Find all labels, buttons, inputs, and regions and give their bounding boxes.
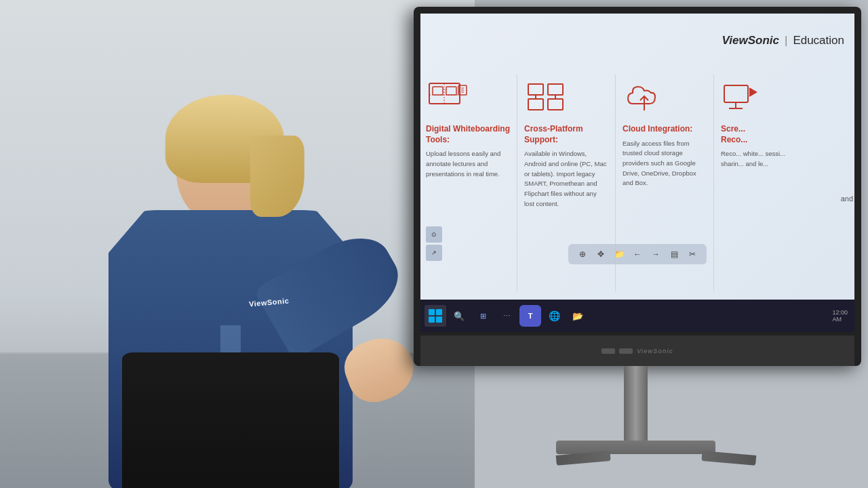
cloud-icon: [623, 80, 667, 117]
display-screen: ViewSonic | Education: [420, 14, 854, 332]
svg-rect-20: [724, 85, 748, 102]
whiteboarding-title: Digital Whiteboarding Tools:: [426, 124, 510, 145]
toolbar-clip[interactable]: ✂: [685, 247, 700, 262]
feature-cloud: Cloud Integration: Easily access files f…: [617, 75, 712, 194]
svg-rect-2: [446, 87, 456, 95]
windows-start-button[interactable]: [425, 305, 446, 327]
search-button[interactable]: 🔍: [448, 305, 470, 327]
screen-record-body: Reco... white... sessi... sharin... and …: [721, 149, 791, 169]
windows-taskbar: 🔍 ⊞ ⋯ T 🌐 📂 12:00AM: [420, 300, 854, 332]
viewsonic-education-header: ViewSonic | Education: [722, 34, 844, 47]
whiteboard-icon: [426, 80, 470, 117]
left-tool-select[interactable]: ⊙: [426, 226, 442, 243]
viewsonic-logo-text: ViewSonic: [722, 34, 779, 47]
display-power-indicator: [601, 348, 615, 354]
screen-toolbar[interactable]: ⊕ ✥ 📁 ← → ▤ ✂: [568, 244, 707, 264]
svg-rect-10: [529, 85, 542, 94]
display-unit: ViewSonic | Education: [414, 7, 868, 488]
svg-rect-16: [549, 100, 562, 109]
cross-platform-icon: [524, 80, 568, 117]
display-panel: ViewSonic | Education: [414, 7, 861, 366]
svg-rect-1: [433, 87, 443, 95]
screen-content: ViewSonic | Education: [420, 14, 854, 332]
files-button[interactable]: 📂: [567, 305, 589, 327]
cross-platform-title: Cross-Platform Support:: [524, 124, 608, 145]
display-brand-label: ViewSonic: [637, 348, 673, 354]
stand-pole: [624, 366, 648, 447]
screen-record-title: Scre...Reco...: [721, 124, 791, 145]
svg-rect-14: [529, 100, 542, 109]
person-body: ViewSonic: [102, 95, 359, 488]
left-toolbar: ⊙ ↗: [426, 226, 442, 261]
toolbar-forward[interactable]: →: [648, 247, 663, 262]
toolbar-move[interactable]: ✥: [593, 247, 608, 262]
display-input-indicator: [619, 348, 633, 354]
task-view-button[interactable]: ⊞: [472, 305, 494, 327]
display-bottom-bar: ViewSonic: [420, 336, 854, 366]
presenter: ViewSonic: [41, 27, 420, 488]
person-hair: [165, 95, 284, 183]
chrome-button[interactable]: 🌐: [543, 305, 565, 327]
left-tool-pointer[interactable]: ↗: [426, 245, 442, 261]
feature-screen-recording: Scre...Reco... Reco... white... sessi...…: [715, 75, 797, 175]
toolbar-page[interactable]: ▤: [667, 247, 682, 262]
system-tray[interactable]: 12:00AM: [829, 305, 850, 327]
stand-base: [556, 441, 715, 454]
education-label: Education: [793, 34, 844, 47]
feature-cross-platform: Cross-Platform Support: Available in Win…: [519, 75, 614, 215]
screen-record-icon: [721, 80, 765, 117]
feature-whiteboarding: Digital Whiteboarding Tools: Upload less…: [420, 75, 515, 184]
svg-rect-12: [549, 85, 562, 94]
column-divider-1: [517, 75, 517, 291]
partial-and-text: and: [840, 195, 854, 203]
video-frame: ViewSonic ViewSonic | Education: [0, 0, 868, 488]
column-divider-3: [713, 75, 714, 291]
apps-button[interactable]: ⋯: [496, 305, 517, 327]
teams-button[interactable]: T: [519, 305, 541, 327]
header-separator: |: [785, 34, 787, 47]
stand-foot-right: [701, 451, 756, 466]
toolbar-back[interactable]: ←: [630, 247, 645, 262]
windows-logo-icon: [429, 309, 442, 323]
cross-platform-body: Available in Windows, Android and online…: [524, 149, 608, 209]
whiteboarding-body: Upload lessons easily and annotate lectu…: [426, 149, 510, 179]
toolbar-select[interactable]: ⊕: [575, 247, 590, 262]
toolbar-folder[interactable]: 📁: [612, 247, 627, 262]
cloud-title: Cloud Integration:: [623, 124, 707, 135]
cloud-body: Easily access files from trusted cloud s…: [623, 139, 707, 189]
person-pants: [122, 352, 339, 488]
